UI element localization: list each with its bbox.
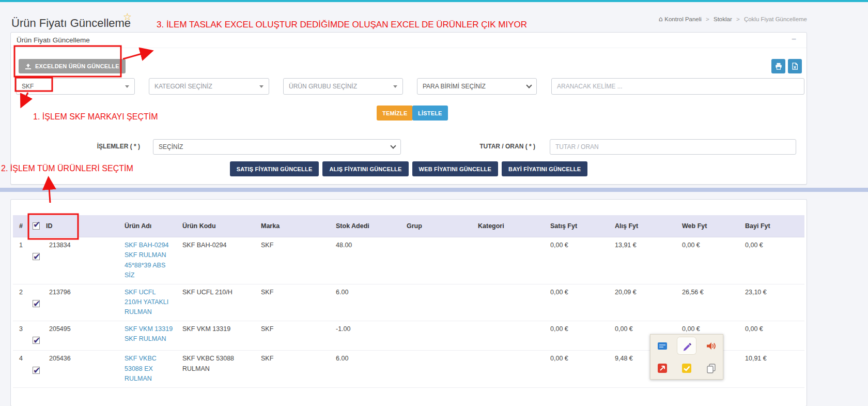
product-code: SKF VKBC 53088 RULMAN	[178, 351, 257, 387]
sale-price: 0,00 €	[546, 321, 611, 351]
pen-icon	[681, 340, 692, 352]
sound-tool-button[interactable]	[699, 335, 723, 357]
id-cell: 205495	[28, 321, 120, 351]
breadcrumb-item-stocks[interactable]: Stoklar	[714, 16, 732, 22]
update-purchase-price-button[interactable]: ALIŞ FİYATINI GÜNCELLE	[322, 161, 408, 176]
amount-input[interactable]	[550, 139, 796, 155]
dealer-price: 0,00 €	[741, 321, 804, 351]
row-checkbox[interactable]	[33, 337, 40, 344]
product-group-select-value: ÜRÜN GRUBU SEÇİNİZ	[289, 83, 357, 90]
keyword-input[interactable]	[551, 78, 804, 95]
product-id: 213796	[33, 288, 116, 297]
capture-toolbar	[650, 334, 723, 380]
product-group-select[interactable]: ÜRÜN GRUBU SEÇİNİZ	[283, 78, 403, 95]
copy-icon	[705, 363, 717, 374]
brand-select[interactable]: SKF	[16, 78, 135, 95]
category-select-value: KATEGORİ SEÇİNİZ	[154, 83, 212, 90]
list-button[interactable]: LİSTELE	[412, 106, 448, 121]
row-checkbox[interactable]	[33, 367, 40, 374]
row-checkbox[interactable]	[33, 300, 40, 307]
excel-update-button[interactable]: EXCELDEN ÜRÜN GÜNCELLE	[19, 59, 126, 73]
update-buttons-row: SATIŞ FİYATINI GÜNCELLE ALIŞ FİYATINI GÜ…	[11, 161, 807, 176]
breadcrumb-separator: >	[706, 16, 709, 22]
purchase-price: 20,09 €	[611, 284, 678, 321]
header-dealer-price: Bayi Fyt	[741, 215, 804, 237]
printer-icon	[775, 63, 782, 70]
stock: 6.00	[332, 351, 402, 387]
check-icon	[681, 363, 692, 374]
sale-price: 0,00 €	[546, 237, 611, 284]
header-product-name: Ürün Adı	[120, 215, 178, 237]
header-category: Kategori	[474, 215, 546, 237]
group	[402, 351, 474, 387]
stock: -1.00	[332, 321, 402, 351]
share-tool-button[interactable]	[650, 357, 675, 379]
product-link[interactable]: SKF VKM 13319 SKF RULMAN	[125, 325, 173, 342]
id-cell: 213796	[28, 284, 120, 321]
row-checkbox[interactable]	[33, 253, 40, 260]
product-id: 205495	[33, 324, 116, 334]
pen-tool-button[interactable]	[677, 337, 697, 355]
select-all-checkbox[interactable]	[33, 222, 40, 230]
brand: SKF	[257, 321, 332, 351]
product-link[interactable]: SKF VKBC 53088 EX RULMAN	[125, 355, 157, 382]
product-name-cell: SKF BAH-0294 SKF RULMAN 45*88*39 ABS SİZ	[120, 237, 178, 284]
purchase-price: 13,91 €	[611, 237, 678, 284]
panel-collapse-button[interactable]: −	[788, 34, 799, 44]
breadcrumb-current: Çoklu Fiyat Güncelleme	[744, 16, 807, 22]
update-dealer-price-button[interactable]: BAYİ FİYATINI GÜNCELLE	[502, 161, 587, 176]
header-group: Grup	[402, 215, 474, 237]
amount-label: TUTAR / ORAN ( * )	[442, 143, 535, 150]
category	[474, 351, 546, 387]
currency-select-value: PARA BİRİMİ SEÇİNİZ	[423, 83, 486, 90]
page: Ürün Fiyatı Güncelleme ☆ ⌂ Kontrol Panel…	[0, 0, 868, 406]
panel-header: Ürün Fiyatı Güncelleme −	[11, 33, 807, 48]
header-purchase-price: Alış Fyt	[611, 215, 678, 237]
category	[474, 284, 546, 321]
group	[402, 321, 474, 351]
product-code: SKF UCFL 210/H	[178, 284, 257, 321]
clear-button[interactable]: TEMİZLE	[377, 106, 413, 121]
brand: SKF	[257, 284, 332, 321]
operations-select[interactable]: SEÇİNİZ	[153, 139, 401, 155]
id-cell: 213834	[28, 237, 120, 284]
confirm-tool-button[interactable]	[675, 357, 699, 379]
table-row: 2 213796 SKF UCFL 210/H YATAKLI RULMAN S…	[13, 284, 804, 321]
sale-price: 0,00 €	[546, 351, 611, 387]
group	[402, 284, 474, 321]
id-cell: 205436	[28, 351, 120, 387]
excel-export-button[interactable]	[788, 59, 802, 73]
home-icon: ⌂	[659, 15, 663, 23]
file-icon	[792, 63, 798, 70]
update-web-price-button[interactable]: WEB FİYATINI GÜNCELLE	[412, 161, 498, 176]
capture-tool-button[interactable]	[650, 335, 675, 357]
web-price: 0,00 €	[678, 237, 741, 284]
breadcrumb-separator: >	[736, 16, 740, 22]
operations-label: İŞLEMLER ( * )	[52, 143, 140, 150]
dealer-price: 10,91 €	[741, 351, 804, 387]
breadcrumb-item-home[interactable]: ⌂ Kontrol Paneli	[659, 16, 702, 22]
product-link[interactable]: SKF UCFL 210/H YATAKLI RULMAN	[125, 289, 168, 316]
currency-select[interactable]: PARA BİRİMİ SEÇİNİZ	[417, 78, 537, 95]
favorite-star-icon[interactable]: ☆	[123, 11, 132, 22]
chevron-down-icon	[390, 143, 396, 148]
row-num: 4	[13, 351, 28, 387]
copy-tool-button[interactable]	[699, 357, 723, 379]
price-update-panel: Ürün Fiyatı Güncelleme − EXCELDEN ÜRÜN G…	[10, 32, 807, 185]
chevron-down-icon	[526, 82, 532, 88]
share-icon	[657, 363, 668, 374]
product-link[interactable]: SKF BAH-0294 SKF RULMAN 45*88*39 ABS SİZ	[125, 242, 168, 279]
group	[402, 237, 474, 284]
header-id-label: ID	[46, 222, 53, 230]
panel-title: Ürün Fiyatı Güncelleme	[17, 36, 90, 44]
category-select[interactable]: KATEGORİ SEÇİNİZ	[149, 78, 269, 95]
operations-select-value: SEÇİNİZ	[159, 143, 183, 151]
update-sale-price-button[interactable]: SATIŞ FİYATINI GÜNCELLE	[230, 161, 319, 176]
horizontal-scrollbar[interactable]	[0, 188, 868, 192]
theme-top-strip	[0, 0, 868, 2]
brand: SKF	[257, 237, 332, 284]
table-header-row: # ID Ürün Adı Ürün Kodu Marka Stok Adedi…	[13, 215, 804, 237]
stock: 6.00	[332, 284, 402, 321]
print-button[interactable]	[771, 59, 785, 73]
header-brand: Marka	[257, 215, 332, 237]
